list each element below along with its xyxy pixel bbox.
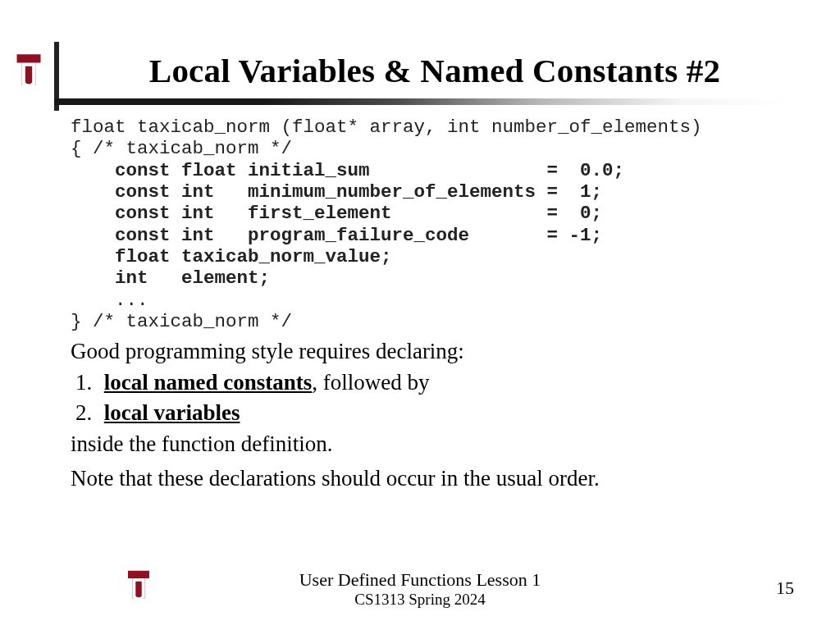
list-item: 2. local variables [71,399,792,428]
list-term: local named constants [104,370,313,395]
code-line: int element; [71,267,270,289]
body-line: Note that these declarations should occu… [71,464,792,494]
body-text: Good programming style requires declarin… [71,337,792,493]
code-block: float taxicab_norm (float* array, int nu… [71,116,792,332]
slide-content: float taxicab_norm (float* array, int nu… [71,116,792,493]
ou-logo-top [11,51,46,98]
list-number: 2. [75,399,98,428]
slide-title: Local Variables & Named Constants #2 [66,51,804,90]
list-item: 1. local named constants, followed by [71,368,792,398]
code-line: const int program_failure_code = -1; [71,225,602,246]
code-line: { /* taxicab_norm */ [71,138,292,159]
list-number: 1. [75,368,98,398]
code-line: float taxicab_norm (float* array, int nu… [71,116,702,138]
footer-course: CS1313 Spring 2024 [0,591,840,609]
body-intro: Good programming style requires declarin… [71,337,792,367]
slide: Local Variables & Named Constants #2 flo… [0,0,840,630]
code-line: ... [71,290,148,311]
list-rest: , followed by [312,370,429,395]
code-line: float taxicab_norm_value; [71,246,392,267]
code-line: } /* taxicab_norm */ [71,311,292,332]
slide-footer: User Defined Functions Lesson 1 CS1313 S… [0,569,840,609]
list-term: local variables [104,400,240,425]
footer-lesson: User Defined Functions Lesson 1 [0,569,840,591]
code-line: const int first_element = 0; [71,203,602,224]
page-number: 15 [776,578,794,599]
ou-logo-icon [11,51,46,98]
title-horizontal-rule [54,98,792,105]
code-line: const int minimum_number_of_elements = 1… [71,181,602,203]
body-line: inside the function definition. [71,430,792,459]
code-line: const float initial_sum = 0.0; [71,160,624,181]
